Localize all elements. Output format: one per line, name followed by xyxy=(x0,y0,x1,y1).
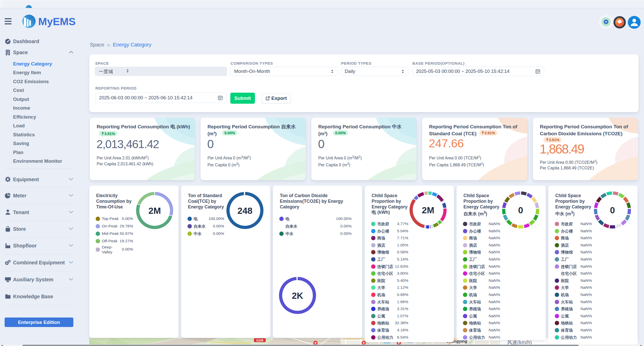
svg-text:2M: 2M xyxy=(422,205,434,215)
svg-text:248: 248 xyxy=(237,206,252,216)
svg-text:G109: G109 xyxy=(256,339,263,342)
svg-text:2M: 2M xyxy=(148,206,161,216)
svg-text:2K: 2K xyxy=(292,291,303,301)
svg-text:0: 0 xyxy=(610,205,615,215)
svg-text:0: 0 xyxy=(518,205,523,215)
